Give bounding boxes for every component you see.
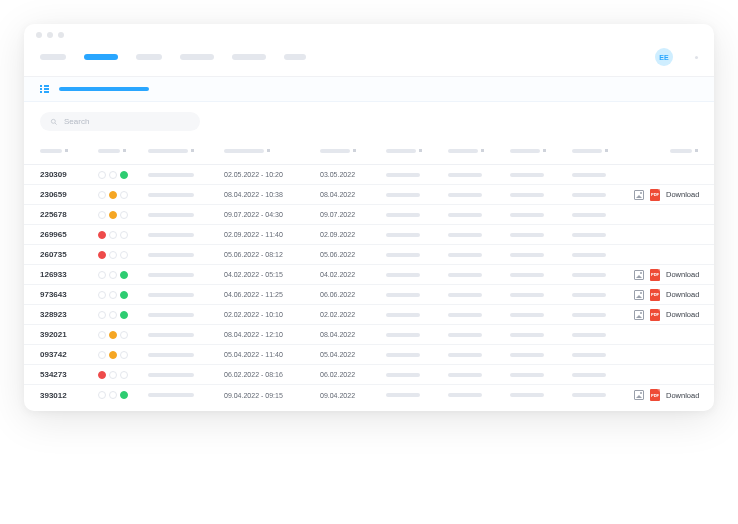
status-dot: [120, 271, 128, 279]
col-datetime[interactable]: [224, 149, 314, 153]
pdf-icon[interactable]: PDF: [650, 189, 660, 201]
avatar-menu-icon[interactable]: [695, 56, 698, 59]
status-dot: [120, 371, 128, 379]
row-cell: [148, 293, 218, 297]
row-cell: [386, 253, 442, 257]
table-row[interactable]: 39202108.04.2022 - 12:1008.04.2022: [24, 325, 714, 345]
status-dot: [98, 391, 106, 399]
row-id: 973643: [40, 290, 92, 299]
row-cell: [148, 173, 218, 177]
row-cell: [510, 373, 566, 377]
traffic-light-zoom[interactable]: [58, 32, 64, 38]
status-dot: [109, 231, 117, 239]
row-id: 230309: [40, 170, 92, 179]
table-row[interactable]: 97364304.06.2022 - 11:2506.06.2022PDFDow…: [24, 285, 714, 305]
row-cell: [572, 213, 628, 217]
status-dot: [98, 331, 106, 339]
row-id: 393012: [40, 391, 92, 400]
status-dot: [120, 171, 128, 179]
row-cell: [572, 253, 628, 257]
status-dot: [109, 391, 117, 399]
search-input[interactable]: Search: [40, 112, 200, 131]
table-row[interactable]: 23030902.05.2022 - 10:2003.05.2022: [24, 165, 714, 185]
pdf-icon[interactable]: PDF: [650, 389, 660, 401]
col-7[interactable]: [448, 149, 504, 153]
row-cell: [510, 393, 566, 397]
download-link[interactable]: Download: [666, 391, 699, 400]
row-status: [98, 191, 142, 199]
row-date: 09.04.2022: [320, 392, 380, 399]
row-cell: [386, 273, 442, 277]
table-body: 23030902.05.2022 - 10:2003.05.2022230659…: [24, 165, 714, 411]
row-actions: PDFDownload: [634, 389, 703, 401]
row-cell: [386, 193, 442, 197]
download-link[interactable]: Download: [666, 310, 699, 319]
image-icon[interactable]: [634, 390, 644, 400]
row-cell: [448, 193, 504, 197]
row-date: 02.02.2022: [320, 311, 380, 318]
row-cell: [572, 273, 628, 277]
row-status: [98, 211, 142, 219]
row-cell: [148, 233, 218, 237]
table-row[interactable]: 23065908.04.2022 - 10:3808.04.2022PDFDow…: [24, 185, 714, 205]
row-datetime: 02.05.2022 - 10:20: [224, 171, 314, 178]
download-link[interactable]: Download: [666, 290, 699, 299]
sub-nav-active-indicator[interactable]: [59, 87, 149, 91]
pdf-icon[interactable]: PDF: [650, 309, 660, 321]
traffic-light-minimize[interactable]: [47, 32, 53, 38]
table-row[interactable]: 09374205.04.2022 - 11:4005.04.2022: [24, 345, 714, 365]
row-cell: [148, 253, 218, 257]
row-cell: [510, 313, 566, 317]
col-actions[interactable]: [634, 149, 698, 153]
sub-nav: [24, 77, 714, 102]
image-icon[interactable]: [634, 270, 644, 280]
row-datetime: 04.06.2022 - 11:25: [224, 291, 314, 298]
row-datetime: 08.04.2022 - 12:10: [224, 331, 314, 338]
nav-item-1[interactable]: [40, 54, 66, 60]
status-dot: [120, 211, 128, 219]
row-cell: [386, 293, 442, 297]
col-status[interactable]: [98, 149, 142, 153]
col-9[interactable]: [572, 149, 628, 153]
nav-item-3[interactable]: [136, 54, 162, 60]
row-cell: [448, 333, 504, 337]
table-row[interactable]: 22567809.07.2022 - 04:3009.07.2022: [24, 205, 714, 225]
nav-item-5[interactable]: [232, 54, 266, 60]
nav-item-6[interactable]: [284, 54, 306, 60]
row-status: [98, 331, 142, 339]
image-icon[interactable]: [634, 190, 644, 200]
download-link[interactable]: Download: [666, 270, 699, 279]
pdf-icon[interactable]: PDF: [650, 269, 660, 281]
row-datetime: 05.06.2022 - 08:12: [224, 251, 314, 258]
traffic-light-close[interactable]: [36, 32, 42, 38]
table-row[interactable]: 53427306.02.2022 - 08:1606.02.2022: [24, 365, 714, 385]
status-dot: [109, 311, 117, 319]
row-date: 03.05.2022: [320, 171, 380, 178]
table-row[interactable]: 12693304.02.2022 - 05:1504.02.2022PDFDow…: [24, 265, 714, 285]
table-row[interactable]: 32892302.02.2022 - 10:1002.02.2022PDFDow…: [24, 305, 714, 325]
col-6[interactable]: [386, 149, 442, 153]
download-link[interactable]: Download: [666, 190, 699, 199]
table-row[interactable]: 26073505.06.2022 - 08:1205.06.2022: [24, 245, 714, 265]
row-date: 08.04.2022: [320, 191, 380, 198]
col-3[interactable]: [148, 149, 218, 153]
row-id: 093742: [40, 350, 92, 359]
row-cell: [448, 273, 504, 277]
status-dot: [109, 371, 117, 379]
table-row[interactable]: 39301209.04.2022 - 09:1509.04.2022PDFDow…: [24, 385, 714, 405]
row-cell: [510, 353, 566, 357]
image-icon[interactable]: [634, 310, 644, 320]
nav-item-4[interactable]: [180, 54, 214, 60]
user-avatar[interactable]: EE: [655, 48, 673, 66]
row-actions: PDFDownload: [634, 269, 703, 281]
status-dot: [109, 191, 117, 199]
col-date[interactable]: [320, 149, 380, 153]
nav-item-2-active[interactable]: [84, 54, 118, 60]
pdf-icon[interactable]: PDF: [650, 289, 660, 301]
image-icon[interactable]: [634, 290, 644, 300]
table-row[interactable]: 26996502.09.2022 - 11:4002.09.2022: [24, 225, 714, 245]
col-id[interactable]: [40, 149, 92, 153]
status-dot: [120, 191, 128, 199]
col-8[interactable]: [510, 149, 566, 153]
row-actions: PDFDownload: [634, 289, 703, 301]
